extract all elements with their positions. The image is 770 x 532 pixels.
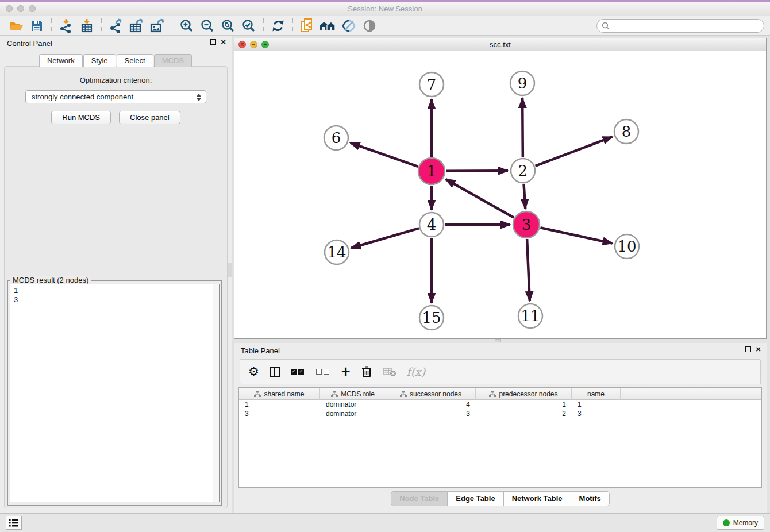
node-label-4: 4 (427, 216, 437, 233)
export-image-button[interactable] (147, 17, 168, 34)
table-cell: 3 (239, 409, 320, 418)
tab-network[interactable]: Network (39, 54, 83, 67)
criterion-select[interactable]: strongly connected component (25, 90, 206, 103)
tab-edge-table[interactable]: Edge Table (448, 491, 503, 506)
node-label-9: 9 (518, 75, 528, 92)
toolbar-separator (292, 18, 293, 33)
function-builder-icon[interactable]: f(x) (407, 363, 426, 380)
clone-network-button[interactable] (297, 17, 318, 34)
task-history-button[interactable] (6, 516, 22, 530)
control-panel-title: Control Panel (7, 39, 52, 48)
memory-label: Memory (733, 519, 758, 527)
network-window-titlebar[interactable]: × − + scc.txt (234, 38, 766, 51)
add-column-icon[interactable]: + (341, 363, 351, 380)
edge-4-14[interactable] (351, 228, 419, 248)
criterion-value: strongly connected component (32, 92, 133, 101)
edge-3-11[interactable] (527, 239, 530, 301)
column-settings-icon[interactable]: ⚙ (248, 363, 259, 380)
edge-2-8[interactable] (536, 137, 613, 166)
column-header-MCDS-role[interactable]: MCDS role (320, 388, 386, 400)
export-image-icon (149, 18, 165, 33)
graphics-details-button[interactable] (338, 17, 359, 34)
tab-network-table[interactable]: Network Table (504, 491, 571, 506)
table-row[interactable]: 3dominator323 (239, 409, 761, 418)
network-close-button[interactable]: × (238, 41, 246, 48)
delete-column-icon[interactable] (361, 363, 372, 380)
mcds-result-text[interactable]: 1 3 (10, 284, 220, 502)
search-field[interactable] (596, 19, 764, 33)
table-row[interactable]: 1dominator411 (239, 400, 761, 409)
zoom-out-button[interactable] (197, 17, 218, 34)
edge-3-1[interactable] (445, 179, 514, 218)
birds-eye-icon (363, 19, 376, 33)
column-header-label: predecessor nodes (499, 390, 557, 398)
table-cell: 1 (476, 400, 572, 409)
export-table-icon (129, 18, 145, 33)
node-label-3: 3 (522, 216, 532, 233)
import-network-button[interactable] (56, 17, 76, 34)
node-label-6: 6 (332, 129, 341, 147)
birds-eye-view-button[interactable] (359, 17, 380, 34)
table-cell: 3 (572, 409, 621, 418)
column-header-successor-nodes[interactable]: successor nodes (386, 388, 476, 400)
close-panel-icon[interactable]: × (221, 39, 226, 45)
column-header-shared-name[interactable]: shared name (239, 388, 320, 400)
run-mcds-button[interactable]: Run MCDS (51, 111, 111, 124)
application-window: Session: New Session (0, 0, 770, 532)
open-folder-icon (9, 19, 24, 33)
table-cell: 3 (386, 409, 476, 418)
delete-table-icon[interactable] (383, 363, 396, 380)
zoom-in-icon (179, 18, 194, 33)
network-canvas[interactable]: 7968124314101511 (234, 51, 766, 338)
tab-motifs[interactable]: Motifs (571, 491, 610, 506)
close-table-panel-icon[interactable]: × (756, 346, 761, 352)
float-table-panel-icon[interactable] (745, 346, 751, 352)
edge-2-3[interactable] (523, 184, 525, 209)
toolbar-separator (101, 18, 102, 33)
node-table[interactable]: shared nameMCDS rolesuccessor nodesprede… (238, 387, 762, 488)
memory-status-icon (723, 519, 730, 526)
zoom-fit-button[interactable] (218, 17, 238, 34)
tab-select[interactable]: Select (117, 54, 153, 67)
show-all-columns-icon[interactable]: ✓✓ (291, 363, 306, 380)
zoom-fit-icon (221, 18, 236, 33)
column-header-label: shared name (264, 390, 304, 398)
reset-layout-button[interactable] (318, 17, 338, 34)
tab-mcds[interactable]: MCDS (154, 54, 192, 67)
table-splitter-grip[interactable] (495, 339, 501, 342)
float-panel-icon[interactable] (210, 39, 216, 45)
table-cell: 1 (239, 400, 320, 409)
edge-1-2[interactable] (446, 171, 508, 171)
export-table-button[interactable] (126, 17, 147, 34)
network-zoom-button[interactable]: + (261, 41, 269, 48)
memory-button[interactable]: Memory (717, 516, 764, 530)
network-window-title: scc.txt (234, 38, 766, 51)
column-header-predecessor-nodes[interactable]: predecessor nodes (476, 388, 572, 400)
column-header-name[interactable]: name (572, 388, 621, 400)
refresh-button[interactable] (268, 17, 288, 34)
main-area: Control Panel × NetworkStyleSelectMCDS O… (0, 36, 770, 513)
save-session-button[interactable] (26, 17, 47, 34)
table-tabs: Node TableEdge TableNetwork TableMotifs (234, 491, 767, 506)
edge-1-6[interactable] (351, 143, 418, 167)
edge-2-9[interactable] (522, 98, 523, 157)
panel-splitter-grip[interactable] (228, 263, 232, 277)
network-minimize-button[interactable]: − (250, 41, 257, 48)
open-session-button[interactable] (6, 17, 26, 34)
zoom-in-button[interactable] (176, 17, 197, 34)
zoom-selected-button[interactable] (238, 17, 259, 34)
toolbar-separator (51, 18, 52, 33)
window-titlebar[interactable]: Session: New Session (0, 2, 770, 16)
tab-node-table[interactable]: Node Table (391, 491, 448, 506)
result-scrollbar[interactable] (213, 284, 219, 502)
list-icon (9, 518, 19, 527)
main-toolbar (0, 16, 770, 36)
tab-style[interactable]: Style (83, 54, 116, 67)
export-network-button[interactable] (106, 17, 126, 34)
edge-3-10[interactable] (540, 228, 612, 243)
close-panel-button[interactable]: Close panel (119, 111, 180, 124)
split-panel-icon[interactable] (270, 363, 280, 380)
search-input[interactable] (613, 22, 759, 30)
hide-all-columns-icon[interactable] (316, 363, 331, 380)
import-table-button[interactable] (76, 17, 97, 34)
